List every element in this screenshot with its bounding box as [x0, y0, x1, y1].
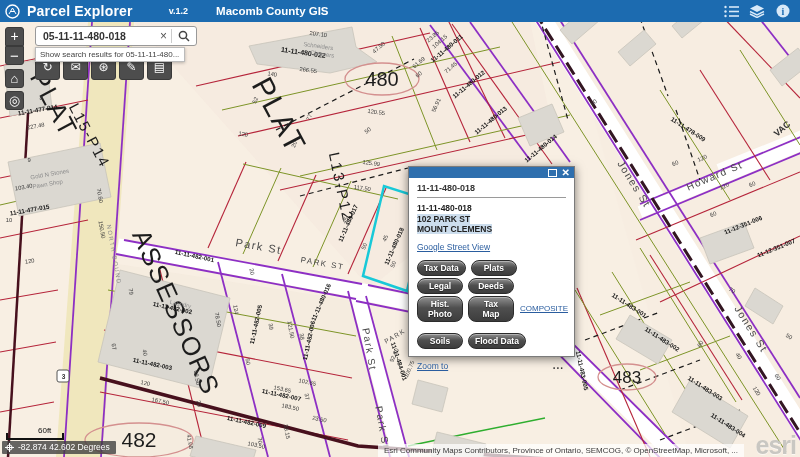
popup-close-icon[interactable]: ✕ [562, 168, 570, 177]
esri-logo: esri [756, 431, 796, 457]
popup-button-plats[interactable]: Plats [471, 260, 517, 276]
popup-address-line1: 102 PARK ST [417, 214, 470, 224]
district-label: 482 [121, 428, 156, 451]
popup-button-legal[interactable]: Legal [417, 278, 463, 294]
map-dimension-label: 40 [141, 349, 148, 356]
popup-address-line2: MOUNT CLEMENS [417, 224, 492, 234]
search-input[interactable] [36, 30, 156, 42]
search-icon[interactable] [172, 30, 196, 42]
google-street-view-link[interactable]: Google Street View [417, 242, 490, 252]
popup-button-hist-photo[interactable]: Hist. Photo [417, 296, 463, 322]
zoom-to-link[interactable]: Zoom to [417, 361, 448, 371]
popup-button-tax-data[interactable]: Tax Data [417, 260, 466, 276]
map-dimension-label: 38 [298, 333, 305, 340]
map-misc-label: 3 [62, 373, 66, 380]
app-version: v.1.2 [169, 6, 188, 16]
popup-restore-icon[interactable] [548, 169, 557, 177]
zoom-in-button[interactable]: + [5, 27, 24, 46]
map-attribution: Esri Community Maps Contributors, Provin… [378, 444, 744, 457]
popup-button-flood-data[interactable]: Flood Data [468, 333, 526, 349]
district-label: 483 [613, 368, 641, 387]
map-dimension-label: 70 [256, 437, 263, 444]
search-suggestion[interactable]: Show search results for 05-11-11-480... [35, 47, 185, 62]
map-dimension-label: 50 [244, 358, 251, 365]
popup-button-soils[interactable]: Soils [417, 333, 463, 349]
map-dimension-label: 79 [127, 288, 134, 295]
popup-header: ✕ [409, 167, 574, 178]
parcel-explorer-app: 480482483 Park StPARK STPark StPark StPA… [0, 0, 800, 457]
map-dimension-label: 8 [39, 95, 42, 101]
map-dimension-label: 10 [6, 217, 12, 223]
clear-search-icon[interactable]: × [156, 27, 171, 45]
map-dimension-label: 20 [248, 268, 255, 275]
zoom-out-button[interactable]: − [5, 46, 24, 65]
locate-button[interactable]: ◎ [5, 91, 24, 110]
popup-button-tax-map[interactable]: Tax Map [468, 296, 514, 322]
app-subtitle: Macomb County GIS [216, 5, 328, 17]
scale-bar [6, 433, 64, 440]
svg-text:i: i [782, 6, 785, 17]
app-header: Parcel Explorer v.1.2 Macomb County GIS … [0, 0, 800, 22]
home-extent-button[interactable]: ⌂ [5, 69, 24, 88]
composite-link[interactable]: COMPOSITE [520, 304, 568, 313]
layers-icon[interactable] [744, 2, 770, 20]
parcel-popup: ✕ 11-11-480-018 11-11-480-018 102 PARK S… [408, 166, 575, 357]
map-dimension-label: 67 [110, 343, 117, 350]
legend-icon[interactable] [718, 2, 744, 20]
popup-button-grid: Tax DataPlatsLegalDeedsHist. PhotoTax Ma… [417, 260, 566, 349]
popup-divider [417, 197, 566, 198]
popup-parcel-id: 11-11-480-018 [417, 203, 566, 214]
map-dimension-label: 37 [303, 393, 310, 400]
coordinates-text: -82.874 42.602 Degrees [18, 442, 110, 452]
popup-title: 11-11-480-018 [417, 183, 566, 193]
search-box: × [35, 26, 197, 46]
popup-button-deeds[interactable]: Deeds [468, 278, 514, 294]
info-icon[interactable]: i [770, 2, 796, 20]
coordinates-readout: -82.874 42.602 Degrees [2, 441, 116, 454]
macomb-county-logo-icon [5, 4, 20, 19]
popup-more-options[interactable]: ... [553, 363, 564, 369]
map-dimension-label: 39 [267, 323, 274, 330]
district-label: 480 [365, 68, 398, 90]
map-dimension-label: 20 [195, 400, 202, 407]
map-dimension-label: 9 [27, 157, 30, 163]
app-title: Parcel Explorer [27, 3, 133, 19]
crosshair-icon [5, 443, 14, 452]
